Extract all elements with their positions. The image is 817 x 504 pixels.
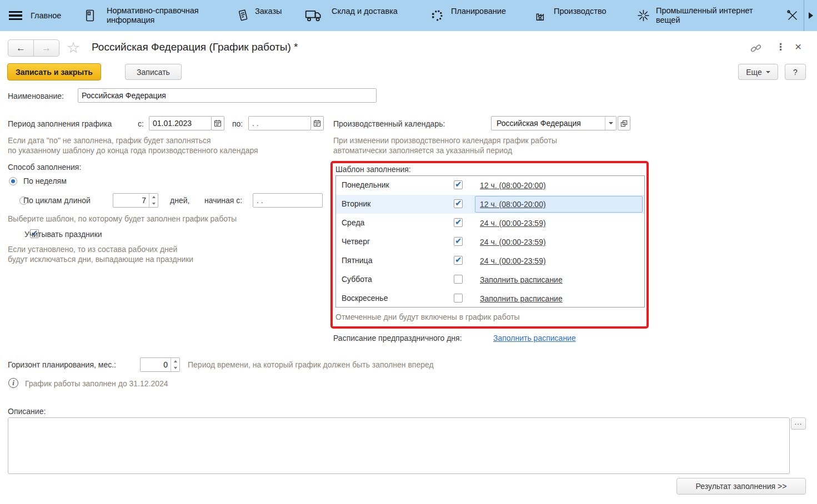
horizon-label: Горизонт планирования, мес.:	[8, 360, 116, 369]
period-to-label: по:	[232, 119, 243, 128]
description-label: Описание:	[8, 407, 46, 416]
fill-result-button[interactable]: Результат заполнения >>	[676, 478, 806, 495]
table-row-wednesday[interactable]: Среда 24 ч. (00:00-23:59)	[336, 214, 644, 233]
iot-asterisk-icon	[636, 8, 651, 25]
weekday-table: Понедельник 12 ч. (08:00-20:00) Вторник …	[335, 175, 645, 308]
schedule-cell[interactable]: 12 ч. (08:00-20:00)	[475, 196, 643, 213]
page-title: Российская Федерация (График работы) *	[92, 41, 298, 53]
truck-icon	[304, 9, 323, 25]
table-row-thursday[interactable]: Четверг 24 ч. (00:00-23:59)	[336, 233, 644, 251]
schedule-link[interactable]: 24 ч. (00:00-23:59)	[480, 219, 546, 228]
description-more-button[interactable]: ...	[791, 417, 806, 430]
schedule-link[interactable]: Заполнить расписание	[480, 275, 563, 284]
favorite-star-icon[interactable]: ☆	[67, 39, 80, 57]
table-row-monday[interactable]: Понедельник 12 ч. (08:00-20:00)	[336, 176, 644, 195]
weekday-checkbox[interactable]	[454, 294, 463, 303]
link-icon[interactable]	[750, 42, 762, 56]
weekday-checkbox[interactable]	[454, 218, 463, 227]
weekday-label: Суббота	[342, 275, 372, 284]
nav-scroll-right-icon[interactable]	[809, 12, 813, 19]
tools-icon[interactable]	[785, 8, 800, 24]
pre-holiday-label: Расписание предпраздничного дня:	[333, 334, 462, 342]
nav-item-nsi[interactable]: Нормативно-справочная информация	[107, 6, 220, 25]
stepper-down-icon[interactable]	[149, 200, 158, 207]
table-row-tuesday[interactable]: Вторник 12 ч. (08:00-20:00)	[336, 195, 644, 214]
fill-method-label: Способ заполнения:	[8, 163, 81, 172]
schedule-cell[interactable]: 24 ч. (00:00-23:59)	[475, 215, 643, 231]
chevron-down-icon	[766, 71, 770, 73]
period-from-input[interactable]	[149, 116, 212, 130]
schedule-cell[interactable]: Заполнить расписание	[475, 271, 643, 288]
close-icon[interactable]: ×	[795, 40, 801, 53]
more-menu-icon[interactable]: ⋮	[776, 41, 785, 53]
table-row-friday[interactable]: Пятница 24 ч. (00:00-23:59)	[336, 251, 644, 270]
description-textarea[interactable]	[8, 417, 790, 474]
cycle-days-stepper[interactable]: 7	[113, 193, 158, 208]
schedule-cell[interactable]: Заполнить расписание	[475, 290, 643, 307]
table-row-saturday[interactable]: Суббота Заполнить расписание	[336, 270, 644, 289]
calendar-icon[interactable]	[310, 116, 324, 130]
back-button[interactable]: ←	[8, 40, 34, 56]
weekday-checkbox[interactable]	[454, 275, 463, 284]
horizon-stepper[interactable]: 0	[140, 357, 180, 372]
name-input[interactable]	[78, 88, 377, 103]
calendar-hint-line1: При изменении производственного календар…	[333, 136, 557, 145]
nav-item-main[interactable]: Главное	[31, 11, 61, 20]
save-button[interactable]: Записать	[125, 64, 182, 80]
stepper-down-icon[interactable]	[171, 365, 179, 371]
period-hint-line1: Если дата "по" не заполнена, график буде…	[8, 136, 211, 145]
nav-item-planning[interactable]: Планирование	[451, 7, 506, 16]
fill-template-label: Шаблон заполнения:	[335, 165, 411, 174]
app-window: Главное Нормативно-справочная информация…	[0, 0, 817, 504]
nav-item-warehouse[interactable]: Склад и доставка	[332, 7, 398, 16]
nav-item-iot[interactable]: Промышленный интернет вещей	[656, 6, 775, 25]
start-from-label: начиная с:	[204, 196, 242, 205]
cycle-start-input[interactable]	[253, 193, 323, 208]
template-footer-hint: Отмеченные дни будут включены в график р…	[335, 313, 520, 321]
info-text: График работы заполнен до 31.12.2024	[25, 379, 168, 388]
weekday-checkbox[interactable]	[454, 199, 463, 208]
period-from-label: с:	[138, 119, 144, 128]
production-calendar-label: Производственный календарь:	[333, 119, 445, 128]
nav-item-production[interactable]: Производство	[554, 7, 607, 16]
schedule-link[interactable]: 12 ч. (08:00-20:00)	[480, 181, 546, 190]
planning-dots-icon	[429, 8, 444, 25]
factory-icon	[534, 8, 548, 24]
schedule-link[interactable]: Заполнить расписание	[480, 294, 563, 303]
weekday-checkbox[interactable]	[454, 180, 463, 189]
cycle-days-value: 7	[113, 194, 149, 207]
open-in-window-icon[interactable]	[618, 116, 630, 130]
schedule-cell[interactable]: 24 ч. (00:00-23:59)	[475, 234, 643, 250]
template-hint: Выберите шаблон, по которому будет запол…	[8, 214, 237, 223]
name-label: Наименование:	[8, 92, 64, 100]
schedule-link[interactable]: 12 ч. (08:00-20:00)	[480, 200, 546, 209]
schedule-link[interactable]: 24 ч. (00:00-23:59)	[480, 238, 546, 246]
help-button[interactable]: ?	[785, 64, 806, 80]
pre-holiday-fill-link[interactable]: Заполнить расписание	[493, 334, 576, 342]
top-navbar: Главное Нормативно-справочная информация…	[0, 0, 817, 31]
document-icon	[82, 8, 97, 25]
stepper-up-icon[interactable]	[171, 358, 179, 365]
weekday-label: Воскресенье	[342, 294, 388, 303]
more-button[interactable]: Еще	[738, 64, 778, 80]
weekday-checkbox[interactable]	[454, 256, 463, 265]
menu-icon[interactable]	[9, 11, 22, 20]
nav-item-orders[interactable]: Заказы	[255, 7, 282, 16]
weekly-radio-label[interactable]: По неделям	[23, 177, 67, 185]
schedule-cell[interactable]: 24 ч. (00:00-23:59)	[475, 253, 643, 269]
table-row-sunday[interactable]: Воскресенье Заполнить расписание	[336, 289, 644, 308]
calendar-icon[interactable]	[211, 116, 224, 130]
period-to-input[interactable]	[248, 116, 311, 130]
schedule-link[interactable]: 24 ч. (00:00-23:59)	[480, 256, 546, 265]
chevron-down-icon[interactable]	[605, 117, 616, 130]
production-calendar-value: Российская Федерация	[492, 119, 605, 128]
production-calendar-combo[interactable]: Российская Федерация	[491, 116, 616, 130]
forward-button[interactable]: →	[34, 40, 59, 56]
weekday-checkbox[interactable]	[454, 237, 463, 246]
schedule-cell[interactable]: 12 ч. (08:00-20:00)	[475, 177, 643, 194]
holidays-checkbox-label[interactable]: Учитывать праздники	[24, 230, 102, 239]
save-close-button[interactable]: Записать и закрыть	[7, 63, 101, 80]
weekly-radio[interactable]	[9, 177, 17, 185]
stepper-up-icon[interactable]	[149, 194, 158, 200]
cycles-radio-label[interactable]: По циклам длиной	[23, 196, 91, 205]
